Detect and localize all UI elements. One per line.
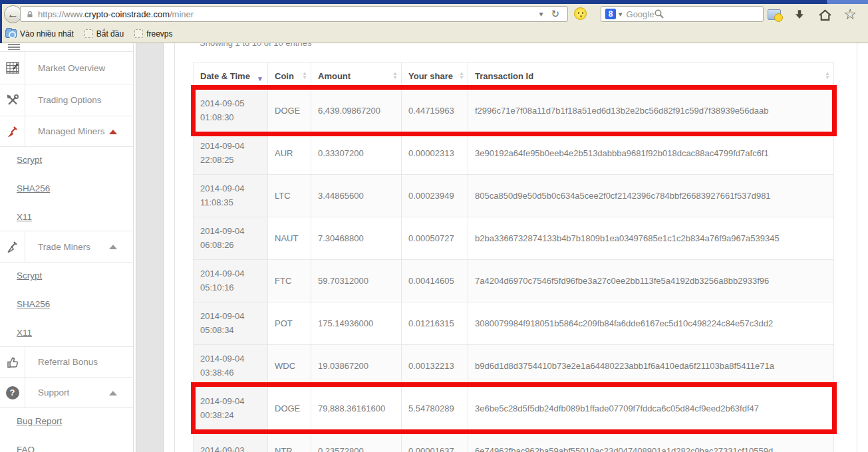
sidebar-link-sha256[interactable]: SHA256 [17, 299, 50, 312]
cell-amount: 0.33307200 [311, 132, 402, 175]
sidebar-submenu-managed-miners: Scrypt SHA256 X11 [0, 147, 133, 231]
collapse-caret-icon[interactable] [109, 391, 117, 396]
spreadsheet-icon [6, 62, 19, 74]
cell-amount: 175.14936000 [311, 302, 402, 345]
bookmark-label: Vào nhiều nhất [20, 29, 74, 39]
bookmark-most-visited[interactable]: Vào nhiều nhất [5, 29, 74, 39]
history-library-icon[interactable] [766, 7, 782, 23]
sidebar-link-scrypt[interactable]: Scrypt [17, 155, 42, 168]
sidebar-item-referral-bonus[interactable]: Referral Bonus [0, 347, 133, 378]
cell-amount: 19.03867200 [311, 345, 402, 388]
cell-amount: 7.30468800 [311, 217, 402, 260]
cell-txid: 7a4204d6970c7546f5fd96fbe3a27c0ee2bb113f… [468, 260, 834, 302]
url-path: /miner [170, 9, 194, 19]
cell-txid: 805ca850d9e50d5b0c634a5cee2f0cf2142396c7… [468, 175, 834, 217]
placeholder-favicon-icon [84, 29, 93, 38]
search-engine-dropdown-icon[interactable]: ▾ [619, 10, 623, 19]
cell-coin: WDC [268, 345, 311, 388]
sort-icon: ▲▼ [392, 72, 398, 80]
sidebar-item-market-overview[interactable]: Market Overview [0, 52, 133, 84]
back-button[interactable]: ← [4, 5, 22, 23]
url-bar[interactable]: https://www.crypto-coinstrade.com/miner … [20, 6, 568, 22]
url-dropdown-icon[interactable]: ▾ [535, 9, 547, 19]
table-row: 2014-09-0422:08:25AUR0.333072000.0000231… [194, 132, 834, 175]
table-row: 2014-09-0406:08:26NAUT7.304688000.000507… [194, 217, 834, 260]
highlight-annotation-row8 [191, 382, 837, 434]
sidebar-scrollbar[interactable] [136, 43, 164, 452]
url-scheme: https://www. [38, 9, 84, 19]
cell-share: 0.00050727 [402, 217, 468, 260]
google-favicon-icon: 8 [605, 9, 616, 19]
cell-share: 0.00002313 [402, 132, 468, 175]
sort-desc-icon: ▼ [257, 75, 263, 82]
bookmark-star-icon[interactable]: ☆ [842, 7, 858, 23]
content-left-border [174, 43, 175, 452]
clipped-icon [8, 44, 20, 50]
highlight-annotation-row1 [191, 85, 837, 136]
window-left-border [0, 0, 2, 43]
home-icon[interactable] [817, 7, 833, 23]
cell-share: 0.01216315 [402, 302, 468, 345]
cell-share: 0.00023949 [402, 175, 468, 217]
search-magnifier-icon[interactable] [654, 9, 664, 19]
bookmark-label: freevps [146, 29, 172, 39]
cell-txid: b2ba3366732874133b4b7b1809b1ea03497685e1… [468, 217, 834, 260]
sidebar-link-faq[interactable]: FAQ [17, 445, 35, 452]
bookmark-freevps[interactable]: freevps [134, 29, 172, 39]
sidebar-item-trade-miners[interactable]: Trade Miners [0, 231, 133, 263]
cell-coin: NAUT [268, 217, 311, 260]
tools-icon [6, 94, 19, 107]
sidebar-link-bug-report[interactable]: Bug Report [17, 416, 62, 429]
search-engine-label: Google [627, 9, 654, 19]
sidebar-item-support[interactable]: ? Support [0, 378, 133, 408]
browser-toolbar: ← https://www.crypto-coinstrade.com/mine… [0, 4, 868, 25]
table-row: 2014-09-0403:38:46WDC19.038672000.001322… [194, 345, 834, 388]
url-domain: crypto-coinstrade.com [84, 9, 170, 19]
search-bar[interactable]: 8 ▾ Google [601, 6, 764, 22]
cell-datetime: 2014-09-0411:08:35 [194, 175, 268, 217]
smiley-addon-icon[interactable] [574, 7, 587, 20]
cell-share: 0.00132213 [402, 345, 468, 388]
thumbs-up-icon [6, 356, 19, 369]
page-content: Market Overview Trading Options Managed … [0, 43, 868, 452]
back-arrow-icon: ← [7, 9, 19, 20]
question-circle-icon: ? [6, 386, 19, 399]
downloads-icon[interactable] [792, 7, 807, 23]
window-titlebar-accent [827, 0, 868, 4]
lock-icon [26, 10, 34, 19]
shovel-icon-red [6, 125, 19, 138]
cell-share: 0.00414605 [402, 260, 468, 302]
sidebar-submenu-support: Bug Report FAQ [0, 408, 133, 452]
table-row: 2014-09-0405:08:34POT175.149360000.01216… [194, 302, 834, 345]
cell-coin: LTC [268, 175, 311, 217]
sidebar-link-scrypt[interactable]: Scrypt [17, 271, 42, 284]
placeholder-favicon-icon [134, 29, 143, 38]
cell-datetime: 2014-09-0405:10:16 [194, 260, 268, 302]
cell-coin: POT [268, 302, 311, 345]
cell-txid: 3080079984f918051b5864c209fb84fa6dde6167… [468, 302, 834, 345]
sidebar-item-trading-options[interactable]: Trading Options [0, 84, 133, 116]
collapse-caret-icon[interactable] [109, 130, 117, 134]
sort-icon: ▲▼ [302, 72, 307, 80]
cell-txid: b9d6d1d8d3754410b73e2e1a64480223abb1f6a4… [468, 345, 834, 388]
cell-datetime: 2014-09-0422:08:25 [194, 132, 268, 175]
sidebar-link-x11[interactable]: X11 [17, 328, 32, 341]
cell-coin: AUR [268, 132, 311, 175]
sort-icon: ▲▼ [825, 72, 830, 80]
window-titlebar [0, 0, 868, 4]
folder-search-icon [5, 29, 17, 38]
collapse-caret-icon[interactable] [109, 245, 117, 249]
sidebar-item-clipped[interactable] [0, 43, 133, 52]
bookmark-label: Bắt đầu [96, 29, 124, 39]
content-right-border [857, 43, 857, 452]
cell-amount: 3.44865600 [311, 175, 402, 217]
table-row: 2014-09-0411:08:35LTC3.448656000.0002394… [194, 175, 834, 217]
sort-icon: ▲▼ [459, 72, 464, 80]
sidebar-link-sha256[interactable]: SHA256 [17, 183, 50, 197]
cell-datetime: 2014-09-0403:38:46 [194, 345, 268, 388]
bookmark-getting-started[interactable]: Bắt đầu [84, 29, 124, 39]
sidebar-item-managed-miners[interactable]: Managed Miners [0, 116, 133, 147]
sidebar-link-x11[interactable]: X11 [17, 212, 32, 225]
reload-icon[interactable]: ↻ [547, 8, 563, 20]
cell-amount: 59.70312000 [311, 260, 402, 302]
